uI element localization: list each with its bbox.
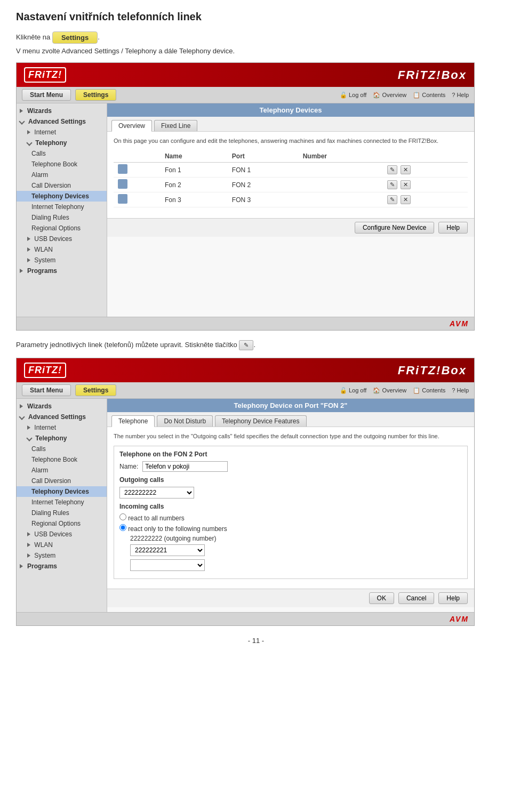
delete-btn-fon1[interactable]: ✕ xyxy=(401,165,411,174)
sidebar-item-alarm-1[interactable]: Alarm xyxy=(17,170,107,180)
radio-following-numbers[interactable] xyxy=(119,524,126,531)
sidebar-item-telephonydevices-1[interactable]: Telephony Devices xyxy=(17,191,107,202)
delete-btn-fon2[interactable]: ✕ xyxy=(401,180,411,189)
edit-btn-fon1[interactable]: ✎ xyxy=(387,165,397,174)
sidebar-item-telephony-1[interactable]: Telephony xyxy=(17,138,107,148)
name-label: Name: xyxy=(119,463,138,470)
tri-usb-2 xyxy=(27,532,30,536)
col-name: Name xyxy=(161,150,228,163)
tri-wlan-2 xyxy=(27,543,30,547)
sidebar-item-dialingrules-2[interactable]: Dialing Rules xyxy=(17,508,107,518)
sidebar-item-wizards-1[interactable]: Wizards xyxy=(17,106,107,116)
panel-body-2: The number you select in the "Outgoing c… xyxy=(107,427,474,589)
logoff-link-1[interactable]: 🔓 Log off xyxy=(340,92,366,99)
sidebar-item-calldiversion-2[interactable]: Call Diversion xyxy=(17,476,107,486)
panel-title-1: Telephony Devices xyxy=(107,103,474,117)
triangle-icon-wlan xyxy=(27,247,30,252)
page-number: - 11 - xyxy=(16,637,496,645)
form-section-title: Telephone on the FON 2 Port xyxy=(119,451,462,458)
start-menu-btn-2[interactable]: Start Menu xyxy=(22,384,71,396)
contents-link-1[interactable]: 📋 Contents xyxy=(413,92,445,99)
sidebar-item-regionaloptions-2[interactable]: Regional Options xyxy=(17,518,107,529)
ok-btn[interactable]: OK xyxy=(369,592,394,604)
sidebar-item-telephonydevices-2[interactable]: Telephony Devices xyxy=(17,486,107,497)
delete-btn-fon3[interactable]: ✕ xyxy=(401,195,411,204)
sidebar-item-phonebook-2[interactable]: Telephone Book xyxy=(17,454,107,465)
device-icon-3 xyxy=(118,194,127,204)
sidebar-item-internettelephony-2[interactable]: Internet Telephony xyxy=(17,497,107,508)
tab-fixedline-1[interactable]: Fixed Line xyxy=(154,120,197,131)
sidebar-item-internet-2[interactable]: Internet xyxy=(17,422,107,433)
sidebar-item-programs-2[interactable]: Programs xyxy=(17,561,107,572)
device-icon xyxy=(118,164,127,174)
logoff-link-2[interactable]: 🔓 Log off xyxy=(340,387,366,394)
sidebar-item-dialingrules-1[interactable]: Dialing Rules xyxy=(17,212,107,223)
sidebar-item-usb-1[interactable]: USB Devices xyxy=(17,234,107,244)
sidebar-item-telephony-2[interactable]: Telephony xyxy=(17,433,107,444)
cancel-btn[interactable]: Cancel xyxy=(398,592,434,604)
device-actions-fon2: ✎ ✕ xyxy=(383,178,468,192)
edit-btn-fon2[interactable]: ✎ xyxy=(387,180,397,189)
contents-link-2[interactable]: 📋 Contents xyxy=(413,387,445,394)
device-icon-cell xyxy=(114,163,161,178)
settings-button-label: Settings xyxy=(52,31,98,44)
settings-nav-btn-1[interactable]: Settings xyxy=(75,89,116,101)
expand-icon xyxy=(19,118,25,124)
fritzbox-nav-2: Start Menu Settings 🔓 Log off 🏠 Overview… xyxy=(17,382,474,399)
sidebar-item-advanced-1[interactable]: Advanced Settings xyxy=(17,116,107,127)
panel-footer-2: OK Cancel Help xyxy=(107,589,474,607)
tab-devicefeatures-2[interactable]: Telephony Device Features xyxy=(215,415,306,427)
sidebar-item-regionaloptions-1[interactable]: Regional Options xyxy=(17,223,107,234)
sidebar-item-system-1[interactable]: System xyxy=(17,255,107,266)
sidebar-item-programs-1[interactable]: Programs xyxy=(17,266,107,276)
settings-nav-btn-2[interactable]: Settings xyxy=(75,384,116,396)
tab-telephone-2[interactable]: Telephone xyxy=(111,415,155,427)
incoming-number1-select[interactable]: 222222221 xyxy=(130,544,205,556)
sidebar-item-wlan-1[interactable]: WLAN xyxy=(17,244,107,255)
sidebar-item-calldiversion-1[interactable]: Call Diversion xyxy=(17,180,107,191)
intro-line-2: V menu zvolte Advanced Settings / Teleph… xyxy=(16,47,496,55)
start-menu-btn-1[interactable]: Start Menu xyxy=(22,89,71,101)
sidebar-item-alarm-2[interactable]: Alarm xyxy=(17,465,107,476)
expand-telephony-icon xyxy=(26,140,32,146)
sidebar-item-usb-2[interactable]: USB Devices xyxy=(17,529,107,540)
overview-link-1[interactable]: 🏠 Overview xyxy=(373,92,406,99)
incoming-calls-label: Incoming calls xyxy=(119,503,462,510)
device-actions-fon1: ✎ ✕ xyxy=(383,163,468,178)
avm-logo-2: AVM xyxy=(450,615,469,623)
sidebar-item-advanced-2[interactable]: Advanced Settings xyxy=(17,412,107,422)
table-row: Fon 1 FON 1 ✎ ✕ xyxy=(114,163,468,178)
device-number-fon3 xyxy=(299,192,383,207)
configure-new-device-btn[interactable]: Configure New Device xyxy=(355,222,434,234)
sidebar-item-internet-1[interactable]: Internet xyxy=(17,127,107,138)
sidebar-item-phonebook-1[interactable]: Telephone Book xyxy=(17,159,107,170)
sidebar-item-calls-2[interactable]: Calls xyxy=(17,444,107,454)
name-form-row: Name: xyxy=(119,461,462,472)
radio-following-label: react only to the following numbers xyxy=(128,525,227,533)
sidebar-item-wlan-2[interactable]: WLAN xyxy=(17,540,107,550)
help-footer-btn-1[interactable]: Help xyxy=(438,222,468,234)
triangle-icon-w2 xyxy=(20,404,23,408)
help-link-1[interactable]: ? Help xyxy=(452,92,469,98)
edit-btn-fon3[interactable]: ✎ xyxy=(387,195,397,204)
page-title: Nastavení vnitřních telefonních linek xyxy=(16,11,496,23)
sidebar-item-wizards-2[interactable]: Wizards xyxy=(17,401,107,412)
help-footer-btn-2[interactable]: Help xyxy=(438,592,468,604)
help-link-2[interactable]: ? Help xyxy=(452,387,469,393)
device-port-fon3: FON 3 xyxy=(228,192,299,207)
fritzbox-nav-1: Start Menu Settings 🔓 Log off 🏠 Overview… xyxy=(17,87,474,103)
fritz-logo-2: FRiTZ! xyxy=(24,363,70,378)
sidebar-item-system-2[interactable]: System xyxy=(17,550,107,561)
incoming-number2-select[interactable] xyxy=(130,559,205,571)
outgoing-calls-select[interactable]: 222222222 xyxy=(119,487,194,499)
device-icon-2 xyxy=(118,179,127,189)
main-panel-1: Telephony Devices Overview Fixed Line On… xyxy=(107,103,474,317)
tab-donotdisturb-2[interactable]: Do Not Disturb xyxy=(157,415,213,427)
name-input[interactable] xyxy=(142,461,228,472)
sidebar-item-internettelephony-1[interactable]: Internet Telephony xyxy=(17,202,107,212)
tab-overview-1[interactable]: Overview xyxy=(111,120,152,132)
sidebar-item-calls-1[interactable]: Calls xyxy=(17,148,107,159)
col-actions xyxy=(383,150,468,163)
overview-link-2[interactable]: 🏠 Overview xyxy=(373,387,406,394)
radio-all-numbers[interactable] xyxy=(119,513,126,520)
